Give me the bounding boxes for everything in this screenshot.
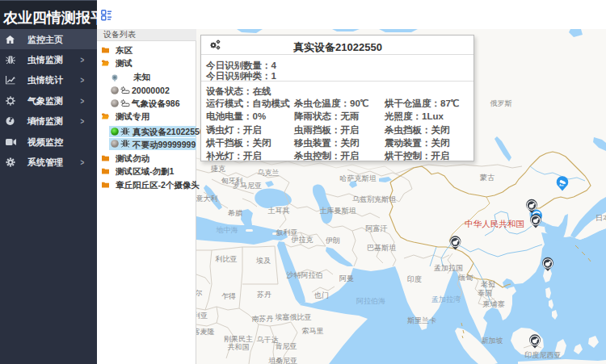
svg-text:印度尼西亚: 印度尼西亚 <box>525 351 562 359</box>
svg-text:巴基斯坦: 巴基斯坦 <box>367 244 396 252</box>
svg-text:罗马尼亚: 罗马尼亚 <box>233 182 262 190</box>
svg-text:伊朗: 伊朗 <box>326 236 340 245</box>
svg-text:阿拉伯海: 阿拉伯海 <box>356 297 385 305</box>
svg-text:孟加拉国: 孟加拉国 <box>434 264 463 272</box>
svg-text:阿曼: 阿曼 <box>339 274 354 282</box>
svg-text:索马里: 索马里 <box>302 327 324 335</box>
svg-text:俄罗斯: 俄罗斯 <box>490 99 512 107</box>
svg-text:阿富汗: 阿富汗 <box>366 224 388 232</box>
svg-text:埃塞俄比亚: 埃塞俄比亚 <box>275 313 312 321</box>
svg-text:希腊: 希腊 <box>228 209 242 217</box>
svg-text:也门: 也门 <box>314 291 329 299</box>
svg-text:柬埔寨: 柬埔寨 <box>482 300 505 308</box>
svg-text:沙特阿拉伯: 沙特阿拉伯 <box>286 271 323 279</box>
svg-text:捷克: 捷克 <box>210 165 225 173</box>
svg-text:缅甸: 缅甸 <box>458 274 473 282</box>
svg-text:土库曼斯坦: 土库曼斯坦 <box>320 207 356 215</box>
svg-text:利亚: 利亚 <box>196 312 208 320</box>
svg-text:苏丹: 苏丹 <box>257 291 271 299</box>
svg-text:乌兹别克斯坦: 乌兹别克斯坦 <box>352 195 396 203</box>
svg-text:斯里兰卡: 斯里兰卡 <box>407 316 436 324</box>
svg-text:埃及: 埃及 <box>255 257 271 265</box>
svg-text:印度: 印度 <box>407 275 422 283</box>
svg-text:肯尼亚: 肯尼亚 <box>276 342 297 350</box>
svg-text:喀麦隆: 喀麦隆 <box>196 328 215 336</box>
svg-text:乍得: 乍得 <box>221 292 236 300</box>
svg-text:乌克兰: 乌克兰 <box>258 169 280 177</box>
svg-text:刚果民主: 刚果民主 <box>224 335 253 343</box>
svg-text:泰国: 泰国 <box>478 289 492 297</box>
svg-text:利比亚: 利比亚 <box>215 255 238 263</box>
svg-text:新加坡: 新加坡 <box>482 337 503 345</box>
svg-text:尔: 尔 <box>196 289 203 297</box>
svg-text:南苏丹: 南苏丹 <box>252 315 274 323</box>
svg-text:坦桑尼亚: 坦桑尼亚 <box>268 357 297 364</box>
svg-text:中华人民共和国: 中华人民共和国 <box>465 219 524 228</box>
svg-text:日本: 日本 <box>595 214 606 222</box>
svg-text:乌干达: 乌干达 <box>257 336 279 344</box>
svg-text:意大利: 意大利 <box>196 195 218 203</box>
svg-text:伊拉克: 伊拉克 <box>292 236 314 244</box>
svg-text:蒙古: 蒙古 <box>480 174 494 182</box>
svg-text:地中海: 地中海 <box>216 226 238 234</box>
svg-text:孟加拉湾: 孟加拉湾 <box>431 295 461 303</box>
svg-text:老挝: 老挝 <box>481 280 495 288</box>
svg-text:哈萨克斯坦: 哈萨克斯坦 <box>340 174 377 182</box>
svg-text:共和国: 共和国 <box>228 343 250 351</box>
svg-text:土耳其: 土耳其 <box>268 207 290 215</box>
